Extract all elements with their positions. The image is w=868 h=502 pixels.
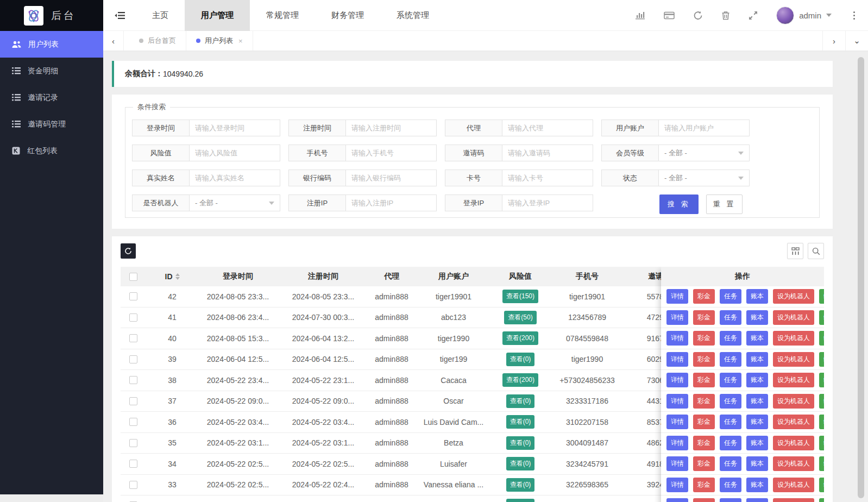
- ledger-button[interactable]: 账本: [746, 436, 768, 450]
- agent-input[interactable]: [502, 120, 593, 136]
- set-robot-button[interactable]: 设为机器人: [773, 352, 814, 367]
- risk-view-badge[interactable]: 查看(0): [506, 478, 535, 492]
- edit-button[interactable]: 编辑: [819, 415, 824, 429]
- ledger-button[interactable]: 账本: [746, 310, 768, 325]
- bonus-button[interactable]: 彩金: [693, 498, 715, 502]
- task-button[interactable]: 任务: [720, 415, 741, 429]
- row-checkbox[interactable]: [129, 313, 137, 322]
- tab-scroll-right-button[interactable]: ›: [822, 31, 845, 51]
- register-time-input[interactable]: [345, 120, 437, 136]
- row-checkbox[interactable]: [129, 292, 137, 300]
- row-checkbox[interactable]: [129, 418, 137, 426]
- task-button[interactable]: 任务: [720, 310, 741, 325]
- set-robot-button[interactable]: 设为机器人: [773, 456, 814, 471]
- edit-button[interactable]: 编辑: [819, 331, 824, 346]
- tab-scroll-left-button[interactable]: ‹: [103, 31, 124, 51]
- status-select[interactable]: - 全部 -: [658, 170, 750, 186]
- risk-view-badge[interactable]: 查看(50): [504, 311, 536, 324]
- bank-code-input[interactable]: [345, 170, 437, 186]
- edit-button[interactable]: 编辑: [819, 498, 824, 502]
- risk-view-badge[interactable]: 查看(0): [506, 353, 535, 366]
- columns-toggle-button[interactable]: [787, 243, 803, 259]
- bonus-button[interactable]: 彩金: [693, 331, 715, 346]
- bonus-button[interactable]: 彩金: [693, 373, 715, 387]
- sidebar-item-red-packet[interactable]: 红包列表: [0, 137, 103, 164]
- table-search-button[interactable]: [808, 243, 824, 259]
- sidebar-item-user-list[interactable]: 用户列表: [0, 31, 103, 58]
- edit-button[interactable]: 编辑: [819, 352, 824, 367]
- risk-view-badge[interactable]: 查看(0): [506, 415, 535, 429]
- edit-button[interactable]: 编辑: [819, 373, 824, 387]
- row-checkbox[interactable]: [129, 439, 137, 447]
- risk-view-badge[interactable]: 查看(0): [506, 457, 535, 470]
- nav-item-general-mgmt[interactable]: 常规管理: [250, 0, 315, 31]
- detail-button[interactable]: 详情: [666, 456, 688, 471]
- refresh-icon[interactable]: [693, 11, 703, 20]
- bottom-scroll-track[interactable]: [0, 494, 103, 502]
- nav-item-home[interactable]: 主页: [136, 0, 185, 31]
- risk-view-badge[interactable]: 查看(200): [502, 373, 538, 387]
- ledger-button[interactable]: 账本: [746, 456, 768, 471]
- tab-user-list[interactable]: 用户列表 ×: [186, 31, 253, 51]
- sidebar-item-invite-code[interactable]: 邀请码管理: [0, 111, 103, 137]
- ledger-button[interactable]: 账本: [746, 478, 768, 492]
- login-ip-input[interactable]: [502, 194, 593, 211]
- card-number-input[interactable]: [502, 170, 593, 186]
- detail-button[interactable]: 详情: [666, 352, 688, 367]
- fullscreen-icon[interactable]: [749, 11, 758, 20]
- set-robot-button[interactable]: 设为机器人: [773, 373, 814, 387]
- kebab-menu-icon[interactable]: [850, 10, 858, 21]
- bonus-button[interactable]: 彩金: [693, 310, 715, 325]
- detail-button[interactable]: 详情: [666, 289, 688, 304]
- ledger-button[interactable]: 账本: [746, 289, 768, 304]
- sidebar-item-fund-detail[interactable]: 资金明细: [0, 58, 103, 84]
- select-all-checkbox[interactable]: [129, 273, 137, 281]
- edit-button[interactable]: 编辑: [819, 394, 824, 409]
- bonus-button[interactable]: 彩金: [693, 456, 715, 471]
- set-robot-button[interactable]: 设为机器人: [773, 415, 814, 429]
- task-button[interactable]: 任务: [720, 331, 741, 346]
- row-checkbox[interactable]: [129, 334, 137, 342]
- table-refresh-button[interactable]: [121, 243, 136, 259]
- sidebar-item-invite-record[interactable]: 邀请记录: [0, 84, 103, 111]
- detail-button[interactable]: 详情: [666, 394, 688, 409]
- risk-value-input[interactable]: [189, 145, 280, 161]
- user-account-input[interactable]: [658, 120, 750, 136]
- row-checkbox[interactable]: [129, 460, 137, 468]
- risk-view-badge[interactable]: 查看(0): [506, 394, 535, 408]
- edit-button[interactable]: 编辑: [819, 456, 824, 471]
- register-ip-input[interactable]: [345, 194, 437, 211]
- search-button[interactable]: 搜 索: [659, 194, 699, 214]
- nav-item-user-mgmt[interactable]: 用户管理: [185, 0, 250, 31]
- detail-button[interactable]: 详情: [666, 331, 688, 346]
- sort-icon[interactable]: [175, 273, 180, 280]
- task-button[interactable]: 任务: [720, 498, 741, 502]
- set-robot-button[interactable]: 设为机器人: [773, 498, 814, 502]
- risk-view-badge[interactable]: 查看(0): [506, 499, 535, 502]
- task-button[interactable]: 任务: [720, 478, 741, 492]
- is-robot-select[interactable]: - 全部 -: [189, 194, 280, 211]
- edit-button[interactable]: 编辑: [819, 310, 824, 325]
- set-robot-button[interactable]: 设为机器人: [773, 394, 814, 409]
- row-checkbox[interactable]: [129, 376, 137, 384]
- task-button[interactable]: 任务: [720, 373, 741, 387]
- close-icon[interactable]: ×: [238, 37, 243, 45]
- set-robot-button[interactable]: 设为机器人: [773, 478, 814, 492]
- detail-button[interactable]: 详情: [666, 373, 688, 387]
- bonus-button[interactable]: 彩金: [693, 436, 715, 450]
- edit-button[interactable]: 编辑: [819, 478, 824, 492]
- detail-button[interactable]: 详情: [666, 310, 688, 325]
- row-checkbox[interactable]: [129, 355, 137, 363]
- detail-button[interactable]: 详情: [666, 498, 688, 502]
- row-checkbox[interactable]: [129, 481, 137, 489]
- member-level-select[interactable]: - 全部 -: [658, 145, 750, 161]
- phone-input[interactable]: [345, 145, 437, 161]
- row-checkbox[interactable]: [129, 397, 137, 405]
- set-robot-button[interactable]: 设为机器人: [773, 310, 814, 325]
- nav-item-finance-mgmt[interactable]: 财务管理: [315, 0, 380, 31]
- ledger-button[interactable]: 账本: [746, 498, 768, 502]
- ledger-button[interactable]: 账本: [746, 415, 768, 429]
- ledger-button[interactable]: 账本: [746, 352, 768, 367]
- set-robot-button[interactable]: 设为机器人: [773, 331, 814, 346]
- bonus-button[interactable]: 彩金: [693, 289, 715, 304]
